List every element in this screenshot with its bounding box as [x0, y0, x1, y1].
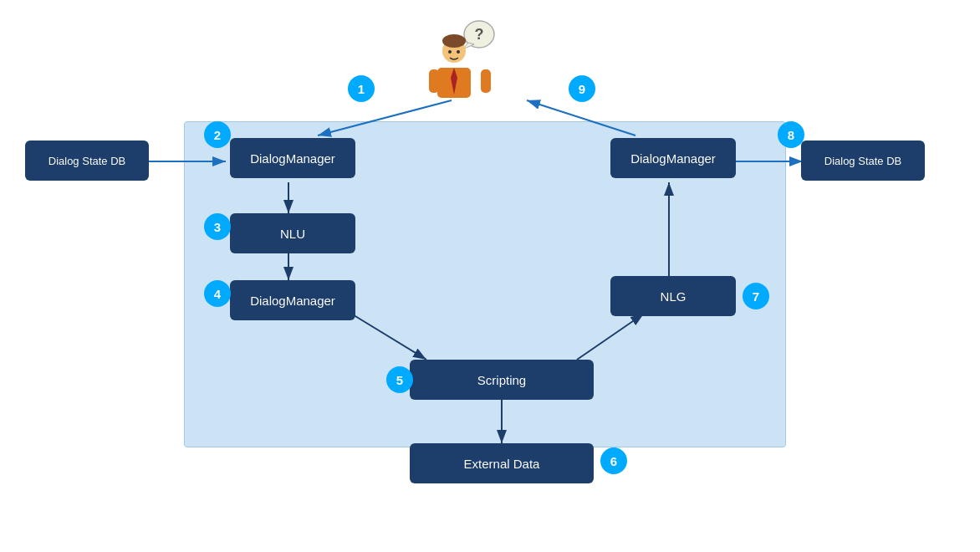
badge-3: 3 [204, 213, 231, 240]
badge-1: 1 [348, 75, 375, 102]
badge-5: 5 [386, 366, 413, 393]
badge-8: 8 [778, 121, 804, 148]
badge-9: 9 [569, 75, 595, 102]
svg-point-9 [448, 50, 452, 54]
dialog-manager-right-node: DialogManager [610, 138, 736, 178]
svg-point-10 [457, 50, 460, 54]
badge-6: 6 [600, 447, 627, 474]
badge-7: 7 [743, 283, 769, 309]
external-data-node: External Data [410, 443, 594, 483]
diagram-container: ? [0, 0, 980, 552]
dialog-manager-left-node: DialogManager [230, 138, 355, 178]
dialog-manager-mid-node: DialogManager [230, 280, 355, 320]
svg-text:?: ? [475, 26, 484, 43]
dialog-state-db-right-node: Dialog State DB [801, 141, 925, 181]
badge-4: 4 [204, 280, 231, 307]
person-icon-area: ? [418, 15, 502, 107]
person-svg: ? [422, 19, 498, 103]
dialog-state-db-left-node: Dialog State DB [25, 141, 149, 181]
nlu-node: NLU [230, 213, 355, 253]
svg-rect-7 [429, 69, 439, 93]
scripting-node: Scripting [410, 360, 594, 400]
nlg-node: NLG [610, 276, 736, 316]
svg-point-4 [442, 34, 466, 48]
badge-2: 2 [204, 121, 231, 148]
svg-rect-8 [481, 69, 491, 93]
